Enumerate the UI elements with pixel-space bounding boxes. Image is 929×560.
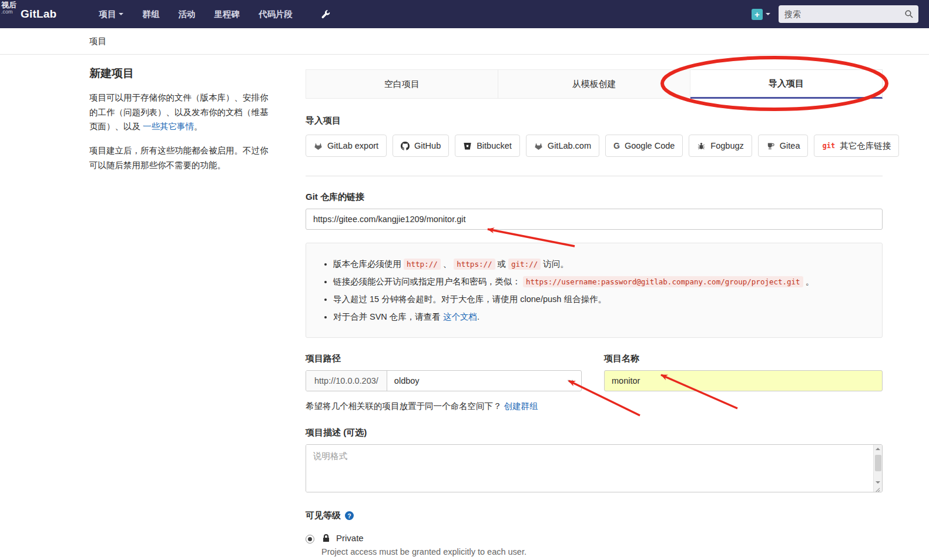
scrollbar-thumb[interactable] bbox=[875, 455, 881, 471]
import-source-buttons: GitLab export GitHub Bitbucket GitLab.co… bbox=[306, 135, 883, 157]
help-icon[interactable]: ? bbox=[345, 511, 354, 520]
import-source-github-button[interactable]: GitHub bbox=[393, 135, 449, 157]
plus-icon: + bbox=[752, 9, 763, 20]
note-text: . bbox=[477, 312, 479, 321]
admin-area-button[interactable] bbox=[321, 9, 331, 19]
nav-item-projects[interactable]: 项目 bbox=[92, 5, 130, 24]
note-text: 、 bbox=[441, 259, 454, 269]
section-divider bbox=[306, 176, 883, 176]
gitlab-tanuki-icon bbox=[534, 142, 543, 150]
visibility-option-title: Private bbox=[336, 533, 364, 543]
note-text: 版本仓库必须使用 bbox=[333, 259, 404, 269]
tab-create-from-template[interactable]: 从模板创建 bbox=[498, 69, 690, 99]
namespace-hint-text: 希望将几个相关联的项目放置于同一个命名空间下？ bbox=[306, 401, 504, 411]
scroll-down-icon[interactable] bbox=[876, 481, 880, 484]
nav-item-groups[interactable]: 群组 bbox=[135, 5, 166, 24]
project-name-input[interactable] bbox=[604, 370, 883, 391]
visibility-option-private[interactable]: Private Project access must be granted e… bbox=[306, 533, 883, 556]
git-code: git:// bbox=[508, 259, 541, 270]
project-description-wrap bbox=[306, 444, 883, 492]
import-section-title: 导入项目 bbox=[306, 115, 883, 126]
other-things-link[interactable]: 一些其它事情 bbox=[143, 122, 194, 131]
watermark-line1: 视后 bbox=[1, 1, 21, 9]
repo-url-input[interactable] bbox=[306, 209, 883, 230]
nav-item-snippets[interactable]: 代码片段 bbox=[251, 5, 300, 24]
import-source-label: Google Code bbox=[625, 141, 675, 150]
new-project-page: 视后 .com GitLab 项目 群组 活动 里程碑 代码片段 + bbox=[0, 0, 929, 560]
note-text: 或 bbox=[495, 259, 509, 269]
import-source-gitea-button[interactable]: Gitea bbox=[758, 135, 809, 157]
github-icon bbox=[401, 142, 410, 150]
note-credentials: 链接必须能公开访问或指定用户名和密码，类似： https://username:… bbox=[333, 274, 867, 289]
navbar-menu: 项目 群组 活动 里程碑 代码片段 bbox=[92, 5, 331, 24]
wrench-icon bbox=[321, 9, 331, 19]
chevron-down-icon bbox=[119, 13, 123, 18]
visibility-level-header: 可见等级 ? bbox=[306, 510, 883, 521]
new-dropdown-button[interactable]: + bbox=[752, 9, 770, 20]
search-icon bbox=[904, 9, 914, 19]
credential-url-code: https://username:password@gitlab.company… bbox=[523, 276, 803, 287]
path-name-row: 项目路径 http://10.0.0.203/ oldboy 项目名称 bbox=[306, 353, 883, 391]
import-source-gitlab-com-button[interactable]: GitLab.com bbox=[526, 135, 599, 157]
create-group-link[interactable]: 创建群组 bbox=[504, 401, 538, 411]
instance-url-prefix: http://10.0.0.203/ bbox=[306, 371, 387, 391]
chevron-down-icon bbox=[766, 13, 770, 18]
import-source-label: Gitea bbox=[780, 141, 800, 150]
watermark-line2: .com bbox=[1, 9, 21, 15]
new-project-intro: 新建项目 项目可以用于存储你的文件（版本库）、安排你的工作（问题列表）、以及发布… bbox=[89, 66, 275, 172]
note-timeout: 导入超过 15 分钟将会超时。对于大仓库，请使用 clone/push 组合操作… bbox=[333, 291, 867, 307]
project-path-label: 项目路径 bbox=[306, 353, 582, 364]
global-search bbox=[779, 5, 918, 23]
repo-url-label: Git 仓库的链接 bbox=[306, 192, 883, 203]
visibility-option-desc: Project access must be granted explicitl… bbox=[321, 547, 526, 556]
nav-item-activity[interactable]: 活动 bbox=[171, 5, 202, 24]
gitea-cup-icon bbox=[766, 142, 775, 150]
import-source-label: 其它仓库链接 bbox=[840, 140, 891, 152]
import-source-label: GitLab.com bbox=[548, 141, 591, 150]
nav-item-milestones[interactable]: 里程碑 bbox=[207, 5, 247, 24]
import-source-bitbucket-button[interactable]: Bitbucket bbox=[455, 135, 520, 157]
import-source-repo-url-button[interactable]: git 其它仓库链接 bbox=[814, 135, 899, 157]
import-source-fogbugz-button[interactable]: Fogbugz bbox=[689, 135, 752, 157]
visibility-level-label: 可见等级 bbox=[306, 510, 341, 521]
project-path-group: http://10.0.0.203/ oldboy bbox=[306, 370, 582, 391]
tab-blank-project[interactable]: 空白项目 bbox=[306, 69, 498, 99]
top-navbar: 视后 .com GitLab 项目 群组 活动 里程碑 代码片段 + bbox=[0, 0, 929, 28]
import-notes-box: 版本仓库必须使用 http:// 、 https:// 或 git:// 访问。… bbox=[306, 243, 883, 338]
git-icon: git bbox=[822, 142, 835, 150]
scroll-up-icon[interactable] bbox=[876, 448, 880, 450]
https-code: https:// bbox=[454, 259, 495, 270]
project-description-label: 项目描述 (可选) bbox=[306, 427, 883, 438]
note-protocols: 版本仓库必须使用 http:// 、 https:// 或 git:// 访问。 bbox=[333, 256, 867, 271]
project-creation-tabs: 空白项目 从模板创建 导入项目 bbox=[306, 69, 883, 99]
tab-import-project[interactable]: 导入项目 bbox=[690, 69, 883, 99]
google-icon: G bbox=[613, 141, 620, 150]
import-source-label: GitLab export bbox=[327, 141, 378, 150]
namespace-select[interactable]: oldboy bbox=[387, 371, 581, 391]
bug-icon bbox=[697, 142, 706, 150]
svn-doc-link[interactable]: 这个文档 bbox=[443, 312, 477, 321]
import-source-gitlab-export-button[interactable]: GitLab export bbox=[306, 135, 387, 157]
gitlab-tanuki-icon bbox=[314, 142, 323, 150]
chevron-down-icon bbox=[566, 377, 574, 385]
import-source-google-code-button[interactable]: G Google Code bbox=[605, 135, 683, 157]
new-project-form: 空白项目 从模板创建 导入项目 导入项目 GitLab export GitHu… bbox=[306, 69, 883, 560]
textarea-resize-handle[interactable] bbox=[874, 484, 881, 491]
import-source-label: Bitbucket bbox=[477, 141, 512, 150]
breadcrumb[interactable]: 项目 bbox=[89, 28, 106, 55]
project-path-field: 项目路径 http://10.0.0.203/ oldboy bbox=[306, 353, 582, 391]
project-name-field: 项目名称 bbox=[604, 353, 883, 391]
private-radio[interactable] bbox=[306, 535, 314, 544]
search-input[interactable] bbox=[784, 9, 904, 19]
bitbucket-icon bbox=[463, 142, 472, 150]
project-description-input[interactable] bbox=[306, 445, 873, 492]
namespace-hint: 希望将几个相关联的项目放置于同一个命名空间下？ 创建群组 bbox=[306, 401, 883, 412]
note-text: 对于合并 SVN 仓库，请查看 bbox=[333, 312, 443, 321]
note-text: 访问。 bbox=[541, 259, 569, 269]
visibility-option-body: Private Project access must be granted e… bbox=[321, 533, 526, 556]
lock-icon bbox=[321, 534, 331, 543]
note-svn: 对于合并 SVN 仓库，请查看 这个文档. bbox=[333, 309, 867, 324]
import-source-label: GitHub bbox=[414, 141, 441, 150]
page-title: 新建项目 bbox=[89, 66, 275, 81]
gitlab-logo[interactable]: GitLab bbox=[21, 8, 56, 21]
